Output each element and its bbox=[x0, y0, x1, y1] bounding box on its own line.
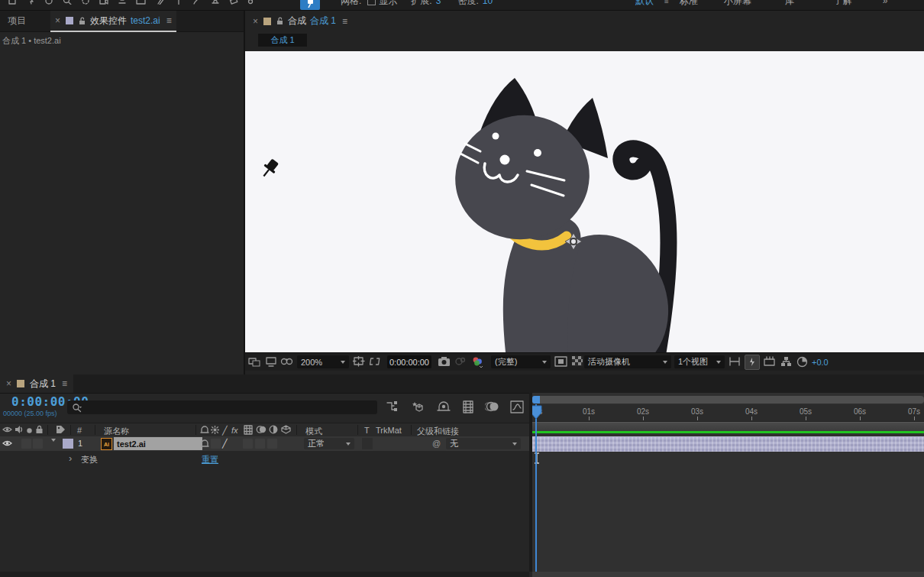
transform-label[interactable]: 变换 bbox=[81, 454, 98, 465]
transform-expand-chevron[interactable]: › bbox=[69, 452, 72, 464]
tab-effect-controls[interactable]: × 效果控件 test2.ai ≡ bbox=[50, 11, 176, 32]
layer-motion-blur-cell[interactable] bbox=[255, 439, 265, 449]
layer-solo-cell[interactable] bbox=[33, 439, 43, 449]
time-navigator[interactable] bbox=[532, 396, 924, 404]
home-icon[interactable] bbox=[8, 0, 17, 6]
roto-brush-tool-icon[interactable] bbox=[247, 0, 257, 6]
eraser-tool-icon[interactable] bbox=[229, 0, 238, 6]
parent-pickwhip-icon[interactable]: @ bbox=[432, 439, 441, 448]
comp-chip[interactable]: 合成 1 bbox=[258, 34, 307, 47]
blend-mode-select[interactable]: 正常 bbox=[304, 438, 354, 449]
show-channel-icon[interactable] bbox=[471, 356, 483, 370]
always-preview-icon[interactable] bbox=[248, 357, 260, 368]
layer-3d-cell[interactable] bbox=[267, 439, 277, 449]
region-of-interest-icon[interactable] bbox=[353, 356, 365, 369]
unlock-icon[interactable] bbox=[79, 17, 86, 25]
trkmat-cell[interactable] bbox=[362, 438, 373, 449]
shape-tool-icon[interactable] bbox=[136, 0, 147, 6]
close-icon[interactable]: × bbox=[253, 16, 258, 27]
layer-row[interactable]: 1 Ai test2.ai ╱ 正常 @ 无 bbox=[0, 436, 529, 451]
flowchart-icon[interactable] bbox=[780, 356, 792, 368]
workspace-learn[interactable]: 了解 bbox=[834, 0, 852, 8]
layer-duration-bar[interactable] bbox=[532, 436, 924, 452]
panel-menu-icon[interactable]: ≡ bbox=[62, 378, 67, 389]
layer-expand-chevron[interactable] bbox=[51, 442, 56, 451]
transform-reset-link[interactable]: 重置 bbox=[202, 454, 218, 465]
resolution-select[interactable]: (完整) bbox=[491, 355, 551, 368]
pixel-aspect-icon[interactable] bbox=[729, 356, 741, 368]
work-area-bar[interactable] bbox=[532, 422, 924, 431]
parent-column-header[interactable]: 父级和链接 bbox=[417, 426, 459, 437]
fast-previews-icon[interactable] bbox=[745, 355, 760, 370]
snapshot-icon[interactable] bbox=[438, 356, 451, 368]
expansion-value[interactable]: 3 bbox=[436, 0, 441, 6]
brush-tool-icon[interactable] bbox=[192, 0, 202, 6]
layer-label-swatch[interactable] bbox=[63, 439, 73, 449]
main-monitor-icon[interactable] bbox=[266, 357, 277, 368]
layer-quality-switch[interactable]: ╱ bbox=[222, 439, 228, 449]
time-ruler[interactable]: 0s 01s 02s 03s 04s 05s 06s 07s bbox=[532, 404, 924, 422]
rotate-tool-icon[interactable] bbox=[81, 0, 90, 6]
timeline-bottom-scrollbar[interactable] bbox=[0, 572, 529, 577]
close-icon[interactable]: × bbox=[55, 15, 60, 26]
playhead-line[interactable] bbox=[535, 404, 537, 572]
camera-tool-icon[interactable] bbox=[99, 0, 108, 6]
show-snapshot-icon[interactable] bbox=[454, 357, 467, 368]
mesh-show-label[interactable]: 显示 bbox=[379, 0, 397, 8]
mesh-show-checkbox[interactable] bbox=[367, 0, 376, 5]
parent-select[interactable]: 无 bbox=[446, 438, 521, 449]
frame-blending-icon[interactable] bbox=[462, 400, 474, 415]
view-layout-select[interactable]: 1个视图 bbox=[674, 355, 725, 368]
shy-layers-icon[interactable] bbox=[436, 400, 451, 414]
panel-menu-icon[interactable]: ≡ bbox=[342, 16, 347, 27]
viewer-timecode[interactable]: 0:00:00:00 bbox=[387, 355, 431, 368]
layer-search-input[interactable] bbox=[67, 400, 377, 414]
comp-viewport[interactable] bbox=[245, 51, 924, 352]
pen-tool-icon[interactable] bbox=[156, 0, 165, 6]
exposure-value[interactable]: +0.0 bbox=[812, 358, 829, 367]
unlock-icon[interactable] bbox=[276, 17, 283, 25]
workspace-libraries[interactable]: 库 bbox=[785, 0, 794, 8]
workspace-menu-icon[interactable]: ≡ bbox=[664, 0, 669, 5]
transparency-grid-icon[interactable] bbox=[572, 356, 583, 368]
mask-visibility-icon[interactable] bbox=[280, 357, 294, 368]
tab-project[interactable]: 项目 bbox=[8, 11, 26, 31]
tab-timeline-comp[interactable]: × 合成 1 ≡ bbox=[0, 374, 73, 393]
playhead-handle[interactable] bbox=[532, 405, 542, 420]
layer-name-selected[interactable]: test2.ai bbox=[114, 437, 202, 450]
layer-shy-switch[interactable] bbox=[200, 439, 209, 449]
puppet-pin-tool-selected[interactable] bbox=[300, 0, 320, 10]
type-tool-icon[interactable] bbox=[174, 0, 183, 6]
panel-menu-icon[interactable]: ≡ bbox=[166, 15, 172, 26]
zoom-tool-icon[interactable] bbox=[63, 0, 72, 6]
motion-blur-icon[interactable] bbox=[485, 400, 499, 414]
time-area-bottom-scrollbar[interactable] bbox=[532, 572, 924, 577]
zoom-select[interactable]: 200% bbox=[297, 355, 349, 368]
trkmat-column-header[interactable]: TrkMat bbox=[376, 426, 402, 435]
comp-mini-flowchart-icon[interactable] bbox=[386, 400, 399, 414]
density-value[interactable]: 10 bbox=[483, 0, 493, 6]
draft-3d-icon[interactable] bbox=[410, 400, 425, 415]
clone-stamp-tool-icon[interactable] bbox=[211, 0, 220, 6]
close-icon[interactable]: × bbox=[6, 378, 11, 389]
workspace-standard[interactable]: 标准 bbox=[680, 0, 698, 8]
workspace-small-screen[interactable]: 小屏幕 bbox=[724, 0, 751, 8]
mode-column-header[interactable]: 模式 bbox=[305, 426, 322, 437]
target-region-icon[interactable] bbox=[554, 356, 567, 368]
hand-tool-icon[interactable] bbox=[44, 0, 53, 6]
layer-collapse-cell[interactable] bbox=[211, 439, 221, 449]
transform-row[interactable]: › 变换 重置 bbox=[0, 452, 529, 465]
workspace-overflow-icon[interactable]: » bbox=[883, 0, 888, 6]
workspace-default[interactable]: 默认 bbox=[635, 0, 654, 8]
camera-view-select[interactable]: 活动摄像机 bbox=[584, 355, 671, 368]
navigator-start-handle[interactable] bbox=[532, 396, 540, 404]
layer-visibility-toggle[interactable] bbox=[2, 439, 12, 449]
grid-guides-icon[interactable] bbox=[370, 357, 381, 368]
source-name-column-header[interactable]: 源名称 bbox=[104, 426, 129, 437]
pan-behind-tool-icon[interactable] bbox=[118, 0, 127, 6]
layer-frame-blend-cell[interactable] bbox=[243, 439, 253, 449]
graph-editor-icon[interactable] bbox=[510, 400, 524, 415]
timeline-button-icon[interactable] bbox=[764, 356, 776, 368]
selection-tool-icon[interactable] bbox=[26, 0, 35, 6]
layer-audio-cell[interactable] bbox=[21, 439, 31, 449]
